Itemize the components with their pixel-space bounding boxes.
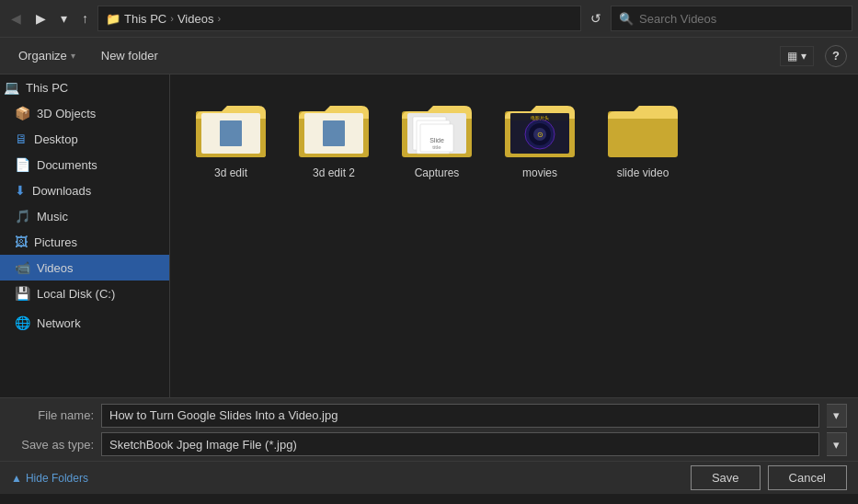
hide-folders-chevron-icon: ▲ (11, 472, 22, 485)
sidebar-label-videos: Videos (37, 261, 74, 275)
folder-3d-edit-2-icon (297, 95, 371, 161)
breadcrumb-sep-2: › (217, 13, 221, 24)
sidebar-label-desktop: Desktop (34, 132, 78, 146)
view-icon: ▦ (787, 50, 797, 63)
forward-button[interactable]: ▶ (30, 7, 51, 29)
organize-chevron-icon: ▾ (71, 51, 75, 61)
sidebar-label-local-disk: Local Disk (C:) (37, 287, 115, 301)
documents-icon: 📄 (15, 157, 30, 172)
folder-movies-icon: ⊙ 电影片头 (503, 95, 577, 161)
sidebar-item-pictures[interactable]: 🖼 Pictures (0, 229, 169, 255)
folder-movies[interactable]: ⊙ 电影片头 movies (494, 89, 586, 185)
search-icon: 🔍 (619, 12, 634, 26)
sidebar-item-3d-objects[interactable]: 📦 3D Objects (0, 100, 169, 126)
folder-3d-edit[interactable]: 3d edit (185, 89, 277, 185)
content-area: 3d edit 3d edit 2 Slide ti (170, 74, 858, 397)
computer-icon: 💻 (4, 80, 19, 95)
sidebar-this-pc-label: This PC (26, 81, 68, 95)
organize-button[interactable]: Organize ▾ (11, 45, 83, 66)
filename-dropdown-arrow[interactable]: ▾ (827, 404, 847, 428)
network-icon: 🌐 (15, 315, 30, 330)
folder-movies-label: movies (522, 166, 557, 179)
sidebar-item-desktop[interactable]: 🖥 Desktop (0, 126, 169, 152)
sidebar-label-network: Network (37, 316, 81, 330)
svg-text:title: title (432, 144, 441, 150)
toolbar: Organize ▾ New folder ▦ ▾ ? (0, 38, 858, 74)
desktop-icon: 🖥 (15, 132, 28, 146)
folder-captures-label: Captures (415, 166, 460, 179)
new-folder-button[interactable]: New folder (94, 45, 166, 66)
music-icon: 🎵 (15, 209, 30, 223)
sidebar-item-documents[interactable]: 📄 Documents (0, 152, 169, 178)
cancel-button[interactable]: Cancel (768, 465, 847, 490)
folder-3d-edit-2[interactable]: 3d edit 2 (288, 89, 380, 185)
downloads-icon: ⬇ (15, 183, 26, 198)
breadcrumb-part-1[interactable]: This PC (124, 12, 166, 26)
dialog-buttons: Save Cancel (691, 465, 847, 490)
view-chevron-icon: ▾ (801, 50, 807, 63)
nav-bar: ◀ ▶ ▾ ↑ 📁 This PC › Videos › ↺ 🔍 (0, 0, 858, 38)
svg-text:Slide: Slide (429, 137, 444, 143)
new-folder-label: New folder (101, 49, 158, 63)
filename-label: File name: (11, 408, 94, 422)
breadcrumb[interactable]: 📁 This PC › Videos › (97, 6, 581, 31)
folder-slide-video-label: slide video (617, 166, 669, 179)
sidebar-item-this-pc[interactable]: 💻 This PC (0, 74, 169, 100)
refresh-button[interactable]: ↺ (585, 7, 607, 29)
sidebar-item-videos[interactable]: 📹 Videos (0, 255, 169, 281)
main-area: 💻 This PC 📦 3D Objects 🖥 Desktop 📄 Docum… (0, 74, 858, 397)
help-button[interactable]: ? (825, 45, 847, 67)
organize-label: Organize (18, 49, 67, 63)
bottom-section: File name: ▾ Save as type: ▾ ▲ Hide Fold… (0, 397, 858, 494)
sidebar: 💻 This PC 📦 3D Objects 🖥 Desktop 📄 Docum… (0, 74, 170, 397)
folder-3d-edit-2-label: 3d edit 2 (313, 166, 355, 179)
search-box[interactable]: 🔍 (611, 6, 852, 31)
breadcrumb-part-2[interactable]: Videos (177, 12, 214, 26)
dropdown-button[interactable]: ▾ (55, 7, 73, 29)
svg-text:⊙: ⊙ (537, 131, 543, 139)
view-button[interactable]: ▦ ▾ (780, 46, 814, 66)
folder-3d-edit-label: 3d edit (214, 166, 247, 179)
sidebar-label-pictures: Pictures (34, 235, 77, 249)
hide-folders-button[interactable]: ▲ Hide Folders (11, 472, 88, 485)
sidebar-item-music[interactable]: 🎵 Music (0, 203, 169, 229)
sidebar-item-network[interactable]: 🌐 Network (0, 310, 169, 336)
hide-folders-label: Hide Folders (26, 472, 88, 485)
folder-captures-icon: Slide title (400, 95, 474, 161)
up-button[interactable]: ↑ (76, 7, 94, 29)
breadcrumb-folder-icon: 📁 (106, 12, 120, 26)
folder-3d-edit-icon (194, 95, 268, 161)
sidebar-item-local-disk[interactable]: 💾 Local Disk (C:) (0, 281, 169, 306)
filetype-dropdown-arrow[interactable]: ▾ (827, 432, 847, 456)
3d-objects-icon: 📦 (15, 106, 30, 120)
sidebar-label-documents: Documents (37, 158, 97, 172)
filename-row: File name: ▾ (0, 398, 858, 430)
breadcrumb-sep-1: › (170, 13, 174, 24)
filename-input[interactable] (101, 404, 819, 428)
filetype-label: Save as type: (11, 438, 94, 452)
pictures-icon: 🖼 (15, 235, 28, 249)
folder-slide-video[interactable]: slide video (597, 89, 689, 185)
folder-slide-video-icon (606, 95, 680, 161)
sidebar-label-3d-objects: 3D Objects (37, 107, 96, 120)
save-button[interactable]: Save (691, 465, 761, 490)
sidebar-label-music: Music (37, 210, 68, 223)
filetype-input[interactable] (101, 432, 819, 456)
sidebar-label-downloads: Downloads (32, 184, 91, 198)
svg-rect-3 (220, 120, 242, 146)
videos-icon: 📹 (15, 260, 30, 275)
back-button[interactable]: ◀ (6, 7, 27, 29)
sidebar-item-downloads[interactable]: ⬇ Downloads (0, 178, 169, 203)
search-input[interactable] (639, 12, 844, 26)
filetype-row: Save as type: ▾ (0, 430, 858, 461)
folder-captures[interactable]: Slide title Captures (391, 89, 483, 185)
svg-text:电影片头: 电影片头 (531, 115, 549, 120)
svg-rect-6 (323, 120, 345, 146)
local-disk-icon: 💾 (15, 286, 30, 301)
